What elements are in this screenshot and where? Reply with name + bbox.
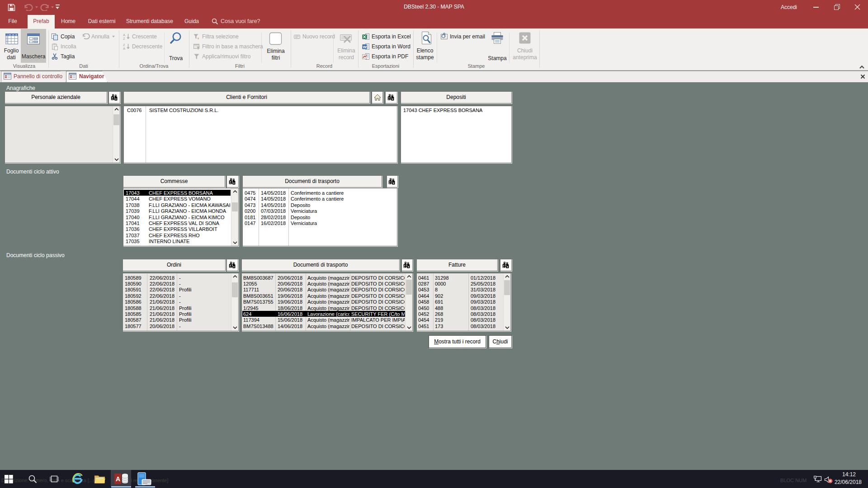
svg-text:Z: Z: [123, 37, 125, 40]
svg-text:A: A: [116, 475, 120, 483]
svg-text:A: A: [123, 47, 125, 50]
svg-text:W: W: [363, 45, 367, 49]
